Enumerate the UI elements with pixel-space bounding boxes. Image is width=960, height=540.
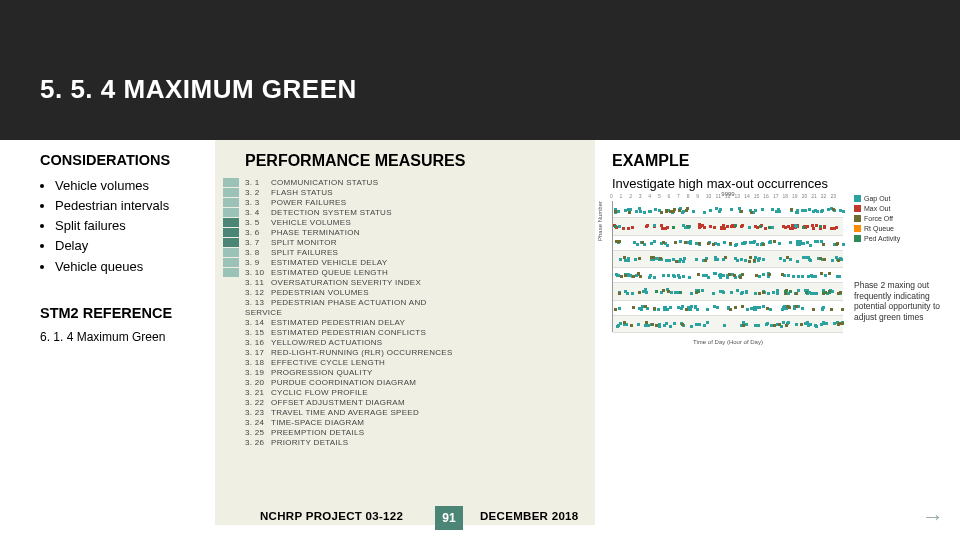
pm-row: 3. 11OVERSATURATION SEVERITY INDEX (223, 278, 595, 288)
list-item: Split failures (55, 216, 210, 236)
pm-label: PEDESTRIAN PHASE ACTUATION AND (271, 298, 427, 308)
pm-number: 3. 15 (245, 328, 271, 338)
pm-label: ESTIMATED PEDESTRIAN DELAY (271, 318, 405, 328)
pm-row: 3. 22OFFSET ADJUSTMENT DIAGRAM (223, 398, 595, 408)
pm-row: 3. 13PEDESTRIAN PHASE ACTUATION AND (223, 298, 595, 308)
considerations-list: Vehicle volumesPedestrian intervalsSplit… (40, 176, 210, 277)
example-note: Phase 2 maxing out frequently indicating… (854, 280, 949, 323)
pm-highlight-bar (223, 288, 239, 297)
pm-row: 3. 8SPLIT FAILURES (223, 248, 595, 258)
legend-label: Gap Out (864, 194, 890, 203)
pm-highlight-bar (223, 218, 239, 227)
list-item: Vehicle queues (55, 257, 210, 277)
pm-label: ESTIMATED PEDESTRIAN CONFLICTS (271, 328, 426, 338)
pm-number: 3. 10 (245, 268, 271, 278)
pm-highlight-bar (223, 318, 239, 327)
pm-label: YELLOW/RED ACTUATIONS (271, 338, 383, 348)
footer-project: NCHRP PROJECT 03-122 (260, 510, 403, 522)
performance-header: PERFORMANCE MEASURES (245, 152, 595, 170)
pm-number: 3. 5 (245, 218, 271, 228)
pm-row: 3. 4DETECTION SYSTEM STATUS (223, 208, 595, 218)
legend-swatch (854, 195, 861, 202)
legend-item: Max Out (854, 204, 934, 213)
pm-number: 3. 13 (245, 298, 271, 308)
pm-number: 3. 1 (245, 178, 271, 188)
pm-highlight-bar (223, 328, 239, 337)
pm-number: 3. 3 (245, 198, 271, 208)
pm-row: 3. 9ESTIMATED VEHICLE DELAY (223, 258, 595, 268)
pm-row: 3. 5VEHICLE VOLUMES (223, 218, 595, 228)
pm-number: 3. 21 (245, 388, 271, 398)
pm-number: 3. 12 (245, 288, 271, 298)
pm-row: 3. 19PROGRESSION QUALITY (223, 368, 595, 378)
pm-label: PHASE TERMINATION (271, 228, 360, 238)
legend-item: Rt Queue (854, 224, 934, 233)
pm-highlight-bar (223, 398, 239, 407)
chart-legend: Gap OutMax OutForce OffRt QueuePed Activ… (854, 194, 934, 244)
legend-label: Ped Activity (864, 234, 900, 243)
pm-label: FLASH STATUS (271, 188, 333, 198)
pm-number: 3. 8 (245, 248, 271, 258)
legend-swatch (854, 235, 861, 242)
pm-number: 3. 17 (245, 348, 271, 358)
pm-row: 3. 12PEDESTRIAN VOLUMES (223, 288, 595, 298)
stm2-header: STM2 REFERENCE (40, 305, 210, 321)
pm-highlight-bar (223, 278, 239, 287)
footer: NCHRP PROJECT 03-122 91 DECEMBER 2018 (0, 510, 960, 536)
pm-row: 3. 16YELLOW/RED ACTUATIONS (223, 338, 595, 348)
pm-highlight-bar (223, 348, 239, 357)
pm-number: 3. 11 (245, 278, 271, 288)
pm-label: ESTIMATED VEHICLE DELAY (271, 258, 387, 268)
pm-highlight-bar (223, 438, 239, 447)
pm-highlight-bar (223, 338, 239, 347)
pm-row: 3. 24TIME-SPACE DIAGRAM (223, 418, 595, 428)
pm-row: 3. 3POWER FAILURES (223, 198, 595, 208)
pm-label: SERVICE (245, 308, 282, 318)
pm-number: 3. 7 (245, 238, 271, 248)
legend-swatch (854, 205, 861, 212)
considerations-header: CONSIDERATIONS (40, 152, 210, 168)
pm-highlight-bar (223, 368, 239, 377)
list-item: Vehicle volumes (55, 176, 210, 196)
pm-highlight-bar (223, 408, 239, 417)
legend-swatch (854, 215, 861, 222)
pm-label: OVERSATURATION SEVERITY INDEX (271, 278, 421, 288)
pm-label: PRIORITY DETAILS (271, 438, 348, 448)
pm-row: 3. 17RED-LIGHT-RUNNING (RLR) OCCURRENCES (223, 348, 595, 358)
pm-number: 3. 18 (245, 358, 271, 368)
list-item: Delay (55, 236, 210, 256)
pm-label: CYCLIC FLOW PROFILE (271, 388, 368, 398)
pm-number: 3. 9 (245, 258, 271, 268)
pm-highlight-bar (223, 268, 239, 277)
pm-highlight-bar (223, 238, 239, 247)
pm-label: VEHICLE VOLUMES (271, 218, 351, 228)
pm-label: OFFSET ADJUSTMENT DIAGRAM (271, 398, 405, 408)
pm-highlight-bar (223, 208, 239, 217)
pm-label: TRAVEL TIME AND AVERAGE SPEED (271, 408, 419, 418)
pm-row: 3. 25PREEMPTION DETAILS (223, 428, 595, 438)
pm-row: 3. 6PHASE TERMINATION (223, 228, 595, 238)
pm-number: 3. 20 (245, 378, 271, 388)
pm-row: 3. 23TRAVEL TIME AND AVERAGE SPEED (223, 408, 595, 418)
pm-highlight-bar (223, 248, 239, 257)
pm-highlight-bar (223, 428, 239, 437)
pm-highlight-bar (223, 258, 239, 267)
pm-row: 3. 20PURDUE COORDINATION DIAGRAM (223, 378, 595, 388)
page-title: 5. 5. 4 MAXIMUM GREEN (40, 74, 357, 105)
next-arrow-icon[interactable]: → (922, 504, 944, 530)
pm-highlight-bar (223, 308, 239, 317)
pm-highlight-bar (223, 228, 239, 237)
pm-row: 3. 2FLASH STATUS (223, 188, 595, 198)
pm-row: 3. 18EFFECTIVE CYCLE LENGTH (223, 358, 595, 368)
pm-row: 3. 15ESTIMATED PEDESTRIAN CONFLICTS (223, 328, 595, 338)
performance-block: PERFORMANCE MEASURES 3. 1COMMUNICATION S… (215, 140, 595, 525)
legend-swatch (854, 225, 861, 232)
legend-label: Max Out (864, 204, 890, 213)
pm-label: COMMUNICATION STATUS (271, 178, 378, 188)
pm-row: 3. 1COMMUNICATION STATUS (223, 178, 595, 188)
pm-label: SPLIT FAILURES (271, 248, 338, 258)
pm-row: 3. 7SPLIT MONITOR (223, 238, 595, 248)
pm-number: 3. 14 (245, 318, 271, 328)
pm-number: 3. 4 (245, 208, 271, 218)
chart-ylabel: Phase Number (597, 201, 603, 241)
